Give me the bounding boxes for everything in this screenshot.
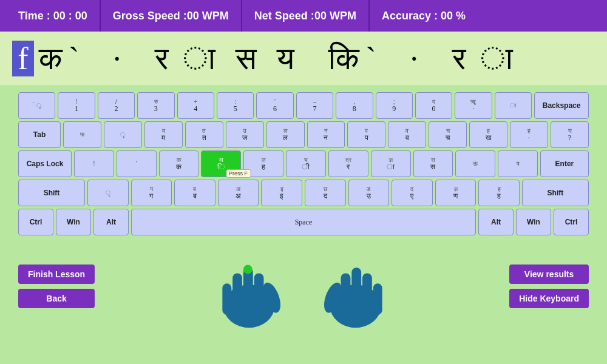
gross-speed-stat: Gross Speed :00 WPM (101, 0, 242, 32)
net-label: Net Speed : (254, 10, 314, 22)
press-hint-f: Press F (226, 169, 251, 178)
key-bracket-open[interactable]: हख (469, 121, 507, 148)
key-2[interactable]: /2 (98, 92, 135, 119)
right-hand-icon (314, 244, 393, 329)
key-m[interactable]: डउ (348, 180, 390, 206)
key-i[interactable]: पप (347, 121, 385, 148)
svg-rect-4 (254, 274, 263, 313)
key-t[interactable]: उज (226, 121, 264, 148)
accuracy-stat: Accuracy : 00 % (370, 0, 478, 32)
key-shift-right[interactable]: Shift (522, 180, 589, 206)
svg-rect-1 (222, 283, 231, 314)
svg-rect-10 (351, 268, 361, 312)
back-button[interactable]: Back (18, 289, 95, 308)
key-alt-left[interactable]: Alt (93, 209, 129, 235)
finish-lesson-button[interactable]: Finish Lesson (18, 265, 95, 284)
key-0[interactable]: द0 (415, 92, 452, 119)
key-c[interactable]: बब (174, 180, 215, 206)
key-7[interactable]: –7 (296, 92, 333, 119)
hide-keyboard-button[interactable]: Hide Keyboard (509, 289, 589, 308)
key-l[interactable]: सस (413, 150, 453, 177)
svg-rect-8 (373, 283, 382, 314)
left-buttons: Finish Lesson Back (18, 265, 95, 308)
key-r[interactable]: तत (185, 121, 223, 148)
keyboard-row-5: Ctrl Win Alt Space Alt Win Ctrl (18, 209, 589, 235)
key-x[interactable]: गग (131, 180, 172, 206)
key-b[interactable]: इइ (261, 180, 302, 206)
key-equals[interactable]: ा (495, 92, 532, 119)
key-n[interactable]: छद (305, 180, 346, 206)
keyboard-row-1: ` ृ !1 /2 रु3 +4 :5 '6 –7 ,8 ;9 द0 ॠ· ा … (18, 92, 589, 119)
svg-rect-9 (362, 274, 372, 313)
key-v[interactable]: Press F अअ (218, 180, 259, 206)
key-5[interactable]: :5 (217, 92, 254, 119)
key-alt-right[interactable]: Alt (478, 209, 514, 235)
gross-value: 00 (187, 10, 199, 22)
key-win-right[interactable]: Win (516, 209, 551, 235)
key-8[interactable]: ,8 (336, 92, 373, 119)
net-value: 00 (314, 10, 327, 22)
key-q[interactable]: फ (63, 121, 101, 148)
key-backspace[interactable]: Backspace (534, 92, 589, 119)
right-buttons: View results Hide Keyboard (509, 265, 589, 308)
key-win-left[interactable]: Win (56, 209, 91, 235)
key-period[interactable]: ज्ञण (435, 180, 476, 206)
key-ctrl-left[interactable]: Ctrl (18, 209, 53, 235)
accuracy-unit: % (456, 10, 466, 22)
key-backtick[interactable]: ` ृ (18, 92, 55, 119)
key-capslock[interactable]: Caps Lock (18, 150, 72, 177)
key-h[interactable]: भी (286, 150, 326, 177)
key-slash[interactable]: हह (478, 180, 520, 206)
key-shift-left[interactable]: Shift (18, 180, 85, 206)
time-value: 00 : 00 (53, 10, 87, 22)
key-w[interactable]: ृ (104, 121, 142, 148)
net-unit: WPM (330, 10, 356, 22)
key-z[interactable]: ृ (87, 180, 129, 206)
text-display: f क` · र ा स य कि` · र ा (0, 32, 607, 86)
key-4[interactable]: +4 (177, 92, 214, 119)
key-enter[interactable]: Enter (540, 150, 589, 177)
keyboard-container: ` ृ !1 /2 रु3 +4 :5 '6 –7 ,8 ;9 द0 ॠ· ा … (0, 86, 607, 235)
time-label: Time : (18, 10, 50, 22)
keyboard-row-3: Caps Lock ! ' कक थि लह भी श्रर ज्ञा सस ऊ… (18, 150, 589, 177)
key-space[interactable]: Space (131, 209, 476, 235)
key-ctrl-right[interactable]: Ctrl (554, 209, 589, 235)
key-comma[interactable]: दए (392, 180, 433, 206)
key-6[interactable]: '6 (256, 92, 293, 119)
svg-point-6 (243, 265, 253, 274)
key-j[interactable]: श्रर (328, 150, 368, 177)
svg-rect-3 (243, 268, 253, 312)
key-quote[interactable]: ष (498, 150, 538, 177)
key-s[interactable]: ' (117, 150, 157, 177)
left-hand-icon (211, 244, 290, 329)
keyboard-row-2: Tab फ ृ मम तत उज लल नन पप वव चच हख ह· घ? (18, 121, 589, 148)
key-tab[interactable]: Tab (18, 121, 61, 148)
key-u[interactable]: नन (307, 121, 345, 148)
keyboard-row-4: Shift ृ गग बब Press F अअ इइ छद डउ दए ज्ञ… (18, 180, 589, 206)
key-e[interactable]: मम (144, 121, 183, 148)
view-results-button[interactable]: View results (509, 265, 589, 284)
key-9[interactable]: ;9 (376, 92, 413, 119)
key-o[interactable]: वव (388, 121, 426, 148)
key-d[interactable]: कक (159, 150, 199, 177)
key-backslash[interactable]: घ? (551, 121, 589, 148)
key-p[interactable]: चच (429, 121, 467, 148)
accuracy-label: Accuracy : (382, 10, 438, 22)
key-1[interactable]: !1 (58, 92, 95, 119)
key-3[interactable]: रु3 (137, 92, 174, 119)
key-semicolon[interactable]: ऊ (455, 150, 495, 177)
key-minus[interactable]: ॠ· (455, 92, 492, 119)
key-bracket-close[interactable]: ह· (510, 121, 548, 148)
hands-container (95, 244, 509, 329)
net-speed-stat: Net Speed :00 WPM (242, 0, 370, 32)
key-y[interactable]: लल (266, 121, 305, 148)
stats-bar: Time : 00 : 00 Gross Speed :00 WPM Net S… (0, 0, 607, 32)
gross-label: Gross Speed : (113, 10, 187, 22)
svg-rect-2 (232, 274, 242, 313)
gross-unit: WPM (202, 10, 229, 22)
cursor-character: f (12, 41, 34, 76)
time-stat: Time : 00 : 00 (6, 0, 101, 32)
svg-rect-11 (341, 274, 350, 313)
key-a[interactable]: ! (74, 150, 114, 177)
key-k[interactable]: ज्ञा (371, 150, 411, 177)
